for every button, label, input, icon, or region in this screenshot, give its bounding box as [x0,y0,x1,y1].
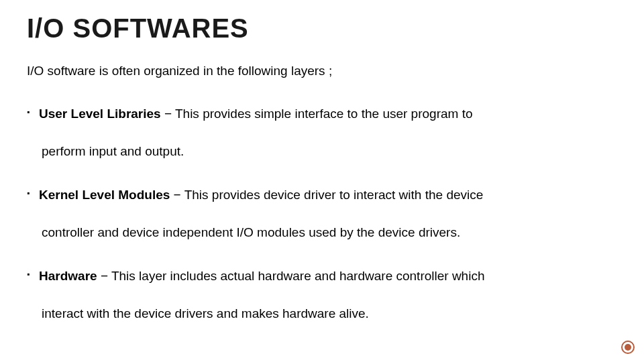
bullet-desc: − This provides simple interface to the … [161,107,473,121]
list-item: Hardware − This layer includes actual ha… [27,267,617,324]
slide-content: I/O SOFTWARES I/O software is often orga… [0,0,644,362]
page-title: I/O SOFTWARES [27,13,617,44]
bullet-cont: interact with the device drivers and mak… [39,304,617,324]
bullet-term: Hardware [39,269,97,283]
bullet-cont: controller and device independent I/O mo… [39,223,617,243]
list-item: Kernel Level Modules − This provides dev… [27,186,617,243]
bullet-term: Kernel Level Modules [39,188,170,202]
bullet-desc: − This layer includes actual hardware an… [97,269,485,283]
bullet-cont: perform input and output. [39,142,617,162]
bullet-desc: − This provides device driver to interac… [170,188,483,202]
bullet-list: User Level Libraries − This provides sim… [27,105,617,324]
list-item: User Level Libraries − This provides sim… [27,105,617,162]
corner-decoration-icon [621,341,635,354]
intro-text: I/O software is often organized in the f… [27,62,617,80]
bullet-term: User Level Libraries [39,107,161,121]
